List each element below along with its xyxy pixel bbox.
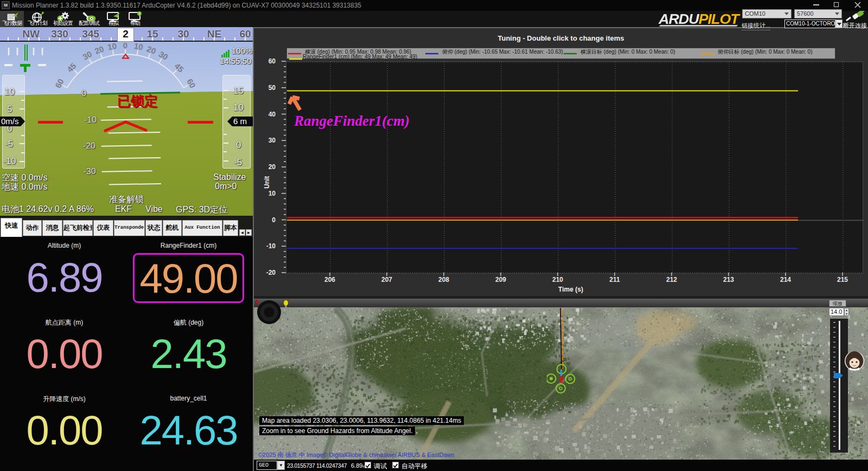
svg-text:0: 0 <box>123 41 127 50</box>
svg-text:?: ? <box>138 12 141 16</box>
svg-text:30: 30 <box>81 49 93 62</box>
svg-text:6 m: 6 m <box>233 117 247 126</box>
svg-text:0m/s: 0m/s <box>1 117 19 126</box>
svg-text:60: 60 <box>53 77 66 89</box>
svg-text:20: 20 <box>93 44 105 56</box>
svg-text:10: 10 <box>107 41 117 52</box>
svg-text:10: 10 <box>133 41 144 52</box>
svg-text:30: 30 <box>157 49 170 62</box>
svg-text:20: 20 <box>145 44 157 56</box>
svg-text:60: 60 <box>185 77 197 89</box>
